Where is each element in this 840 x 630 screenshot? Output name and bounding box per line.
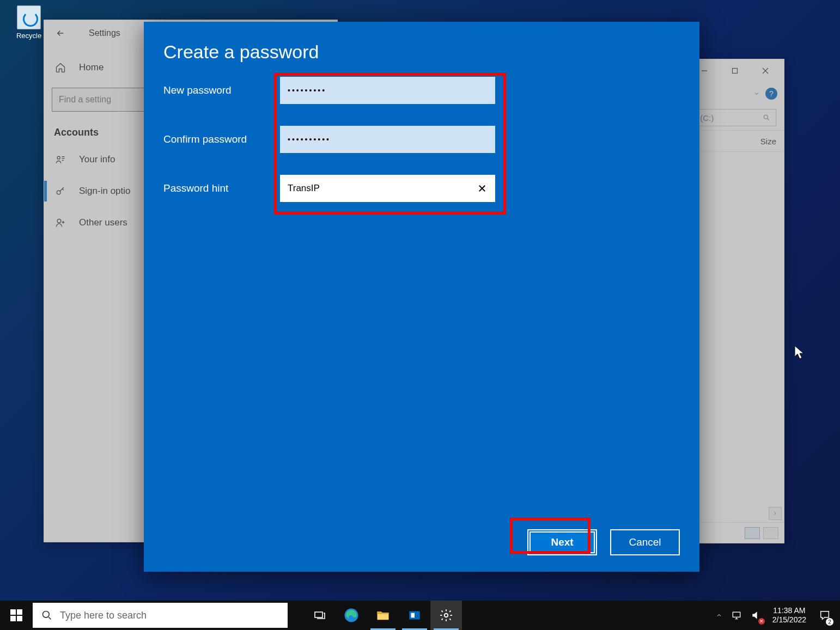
nav-your-info-label: Your info xyxy=(79,154,115,165)
maximize-button[interactable] xyxy=(720,61,750,81)
dialog-title: Create a password xyxy=(163,41,680,63)
home-icon xyxy=(54,61,67,74)
file-explorer-button[interactable] xyxy=(367,601,399,630)
password-hint-label: Password hint xyxy=(163,182,280,194)
svg-rect-7 xyxy=(315,612,322,617)
tray-clock[interactable]: 11:38 AM 2/15/2022 xyxy=(766,601,813,630)
recycle-bin[interactable]: Recycle xyxy=(10,5,48,40)
svg-point-11 xyxy=(445,614,448,617)
search-icon xyxy=(41,610,52,621)
notif-badge: 2 xyxy=(826,618,833,626)
clear-hint-button[interactable] xyxy=(469,175,495,202)
taskbar: Type here to search ✕ 11:38 AM xyxy=(0,601,840,630)
next-button[interactable]: Next xyxy=(527,529,597,555)
tray-date: 2/15/2022 xyxy=(772,615,806,625)
taskbar-search-placeholder: Type here to search xyxy=(60,610,147,621)
person-plus-icon xyxy=(54,216,67,229)
tray-volume-icon[interactable]: ✕ xyxy=(746,601,766,630)
svg-rect-4 xyxy=(733,69,738,74)
svg-point-6 xyxy=(43,611,50,618)
nav-other-users-label: Other users xyxy=(79,217,127,228)
tray-network-icon[interactable] xyxy=(727,601,746,630)
confirm-password-label: Confirm password xyxy=(163,133,280,145)
start-button[interactable] xyxy=(0,601,33,630)
recycle-bin-icon xyxy=(17,5,41,29)
back-button[interactable] xyxy=(54,27,67,40)
password-hint-input[interactable] xyxy=(280,175,495,202)
action-center-button[interactable]: 2 xyxy=(813,601,837,630)
tray-overflow[interactable] xyxy=(711,601,727,630)
chevron-down-icon[interactable] xyxy=(753,90,760,97)
svg-point-5 xyxy=(764,115,768,119)
svg-point-0 xyxy=(57,156,60,159)
nav-home-label: Home xyxy=(79,62,104,73)
taskbar-search[interactable]: Type here to search xyxy=(33,603,288,628)
svg-rect-10 xyxy=(411,613,415,618)
new-password-input[interactable] xyxy=(280,77,495,104)
settings-taskbar-button[interactable] xyxy=(430,601,462,630)
scroll-right-button[interactable] xyxy=(769,507,782,520)
svg-rect-12 xyxy=(733,612,740,617)
column-size[interactable]: Size xyxy=(760,137,776,146)
task-view-button[interactable] xyxy=(304,601,336,630)
close-button[interactable] xyxy=(750,61,781,81)
nav-signin-label: Sign-in optio xyxy=(79,186,131,197)
search-icon xyxy=(763,114,770,121)
person-card-icon xyxy=(54,153,67,166)
edge-browser-button[interactable] xyxy=(336,601,367,630)
help-icon[interactable]: ? xyxy=(765,88,777,100)
confirm-password-input[interactable] xyxy=(280,126,495,153)
mouse-cursor xyxy=(794,345,805,360)
create-password-dialog: Create a password New password Confirm p… xyxy=(144,22,699,572)
svg-point-1 xyxy=(57,191,60,194)
key-icon xyxy=(54,185,67,198)
tray-time: 11:38 AM xyxy=(773,606,805,616)
windows-logo-icon xyxy=(10,609,22,621)
new-password-label: New password xyxy=(163,84,280,96)
view-icons-button[interactable] xyxy=(763,527,778,539)
taskbar-app-generic[interactable] xyxy=(399,601,430,630)
svg-point-2 xyxy=(57,219,61,223)
settings-title: Settings xyxy=(89,28,120,38)
recycle-bin-label: Recycle xyxy=(10,32,48,40)
view-details-button[interactable] xyxy=(745,527,760,539)
cancel-button[interactable]: Cancel xyxy=(610,529,680,555)
